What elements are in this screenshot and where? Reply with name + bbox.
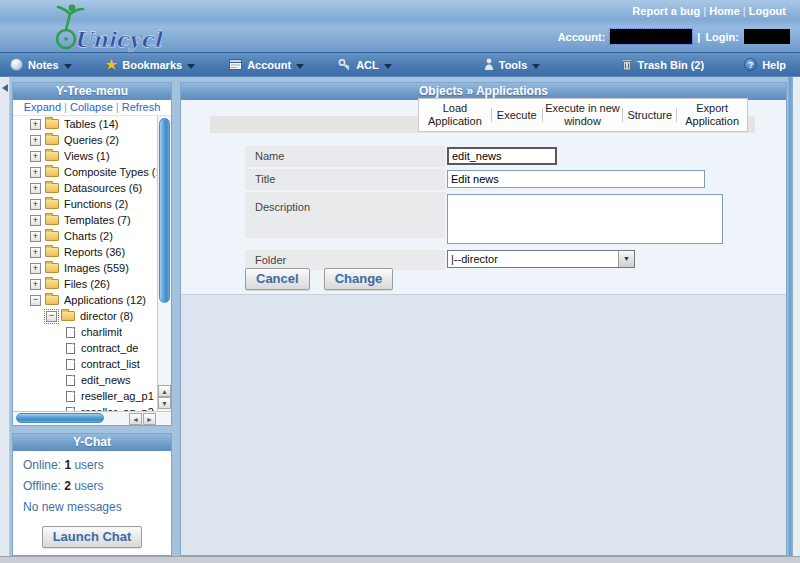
menu-acl[interactable]: ACL [338, 58, 392, 71]
home-link[interactable]: Home [700, 5, 740, 17]
menu-bookmarks[interactable]: ★ Bookmarks [106, 58, 196, 71]
online-label: Online: [23, 458, 61, 472]
right-gutter [793, 77, 800, 556]
description-field[interactable] [447, 194, 723, 244]
collapse-sidebar-arrow-icon[interactable] [2, 84, 8, 92]
name-field[interactable] [447, 147, 557, 165]
tree-item-label: Functions (2) [64, 198, 128, 210]
logout-link[interactable]: Logout [740, 5, 786, 17]
tree-item-director[interactable]: director (8) [13, 308, 171, 324]
menu-tools-label: Tools [499, 59, 528, 71]
folder-icon [45, 151, 59, 161]
tree-item-datasources[interactable]: Datasources (6) [13, 180, 171, 196]
menu-account[interactable]: Account [229, 59, 304, 71]
tree-item-charts[interactable]: Charts (2) [13, 228, 171, 244]
export-application-button[interactable]: Export Application [677, 99, 747, 131]
menu-tools[interactable]: Tools [484, 58, 541, 71]
execute-new-window-button[interactable]: Execute in new window [543, 99, 623, 131]
scroll-left-icon[interactable]: ◄ [129, 413, 142, 425]
folder-icon [45, 215, 59, 225]
expand-icon[interactable] [30, 231, 41, 242]
tree-item-label: Files (26) [64, 278, 110, 290]
cancel-button[interactable]: Cancel [245, 268, 310, 290]
folder-icon [45, 183, 59, 193]
sidebar-collapse-strip [0, 77, 10, 556]
collapse-link[interactable]: Collapse [61, 101, 113, 113]
tree-vertical-scrollbar[interactable]: ▲ ▼ [157, 116, 171, 411]
tree-item-label: Datasources (6) [64, 182, 142, 194]
menu-help-label: Help [762, 59, 786, 71]
menu-help[interactable]: ? Help [744, 58, 786, 71]
tree-item-contract-de[interactable]: contract_de [13, 340, 171, 356]
expand-icon[interactable] [30, 263, 41, 274]
logo-text: Unicycle [74, 27, 162, 52]
chat-status-message: No new messages [13, 493, 171, 514]
tree-item-tables[interactable]: Tables (14) [13, 116, 171, 132]
folder-icon [45, 167, 59, 177]
tree-item-images[interactable]: Images (559) [13, 260, 171, 276]
refresh-link[interactable]: Refresh [113, 101, 161, 113]
change-button[interactable]: Change [324, 268, 394, 290]
structure-button[interactable]: Structure [623, 99, 676, 131]
load-application-button[interactable]: Load Application [419, 99, 491, 131]
scroll-up-icon[interactable]: ▲ [158, 385, 171, 397]
launch-chat-button[interactable]: Launch Chat [42, 526, 143, 548]
trash-icon [621, 58, 633, 71]
menu-trash-bin[interactable]: Trash Bin (2) [621, 58, 705, 71]
folder-select[interactable]: |--director ▼ [447, 250, 635, 268]
execute-button[interactable]: Execute [492, 99, 542, 131]
tree-item-charlimit[interactable]: charlimit [13, 324, 171, 340]
report-a-bug-link[interactable]: Report a bug [632, 5, 700, 17]
tree-item-label: director (8) [80, 310, 133, 322]
tree-item-queries[interactable]: Queries (2) [13, 132, 171, 148]
account-card-icon [229, 59, 242, 70]
chevron-down-icon [296, 64, 304, 69]
tree-item-edit-news[interactable]: edit_news [13, 372, 171, 388]
expand-icon[interactable] [30, 119, 41, 130]
tree-item-label: contract_de [81, 342, 138, 354]
tree-horizontal-scrollbar[interactable]: ◄ ► [13, 411, 171, 425]
online-suffix: users [74, 458, 103, 472]
tree-item-views[interactable]: Views (1) [13, 148, 171, 164]
expand-icon[interactable] [30, 135, 41, 146]
account-row: Account: | Login: [558, 29, 790, 44]
expand-icon[interactable] [30, 199, 41, 210]
expand-icon[interactable] [30, 151, 41, 162]
scrollbar-thumb[interactable] [16, 413, 104, 423]
tree-item-files[interactable]: Files (26) [13, 276, 171, 292]
expand-link[interactable]: Expand [24, 101, 61, 113]
file-icon [66, 359, 75, 370]
dropdown-arrow-icon: ▼ [618, 251, 634, 267]
scrollbar-thumb[interactable] [159, 118, 170, 303]
chat-panel-title: Y-Chat [13, 434, 171, 451]
tree-item-contract-list[interactable]: contract_list [13, 356, 171, 372]
tree-item-reseller-ag-p1[interactable]: reseller_ag_p1 [13, 388, 171, 404]
title-field[interactable] [447, 170, 705, 188]
menu-acl-label: ACL [356, 59, 379, 71]
expand-icon[interactable] [30, 183, 41, 194]
tree-item-label: Applications (12) [64, 294, 146, 306]
file-icon [66, 343, 75, 354]
collapse-icon[interactable] [46, 311, 57, 322]
tree-item-reseller-ag-p2[interactable]: reseller_ag_p2 [13, 404, 171, 411]
scroll-right-icon[interactable]: ► [143, 413, 156, 425]
expand-icon[interactable] [30, 167, 41, 178]
tree-item-label: Tables (14) [64, 118, 118, 130]
notes-icon [10, 58, 23, 71]
menu-notes[interactable]: Notes [10, 58, 72, 71]
object-toolbar: Load Application Execute Execute in new … [418, 98, 748, 132]
main-panel: Objects » Applications Load Application … [180, 82, 787, 556]
expand-icon[interactable] [30, 247, 41, 258]
title-field-label: Title [245, 169, 445, 190]
tree-item-templates[interactable]: Templates (7) [13, 212, 171, 228]
expand-icon[interactable] [30, 279, 41, 290]
scroll-down-icon[interactable]: ▼ [158, 397, 171, 409]
tree-item-applications[interactable]: Applications (12) [13, 292, 171, 308]
tree-item-functions[interactable]: Functions (2) [13, 196, 171, 212]
tree-item-composite-types[interactable]: Composite Types (1) [13, 164, 171, 180]
expand-icon[interactable] [30, 215, 41, 226]
tree-item-label: Queries (2) [64, 134, 119, 146]
tree-item-reports[interactable]: Reports (36) [13, 244, 171, 260]
collapse-icon[interactable] [30, 295, 41, 306]
application-form: Name Title Description Folder [245, 146, 745, 272]
